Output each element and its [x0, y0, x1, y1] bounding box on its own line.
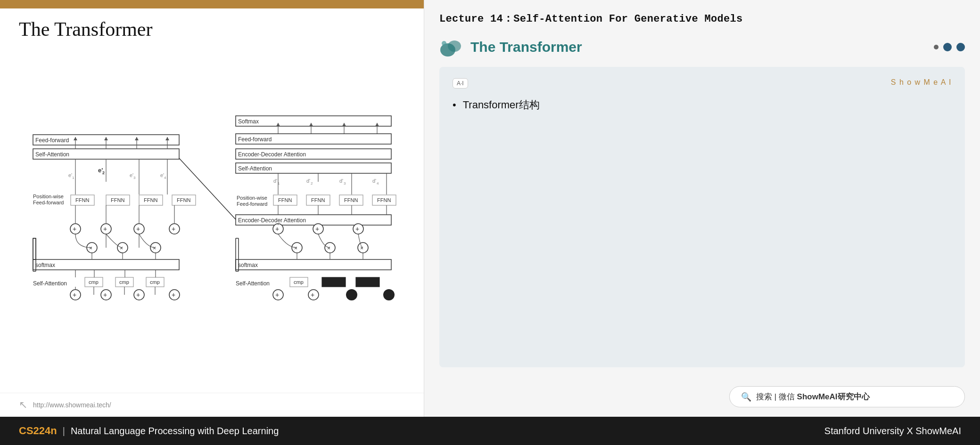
svg-text:FFNN: FFNN — [344, 197, 358, 203]
svg-text:×: × — [120, 245, 123, 251]
svg-text:+: + — [355, 225, 359, 233]
slide-heading: The Transformer — [439, 35, 582, 59]
svg-rect-126 — [236, 259, 391, 270]
svg-text:d': d' — [372, 178, 376, 184]
heading-icon — [439, 35, 464, 59]
svg-text:4: 4 — [377, 181, 379, 186]
svg-text:p: p — [133, 304, 136, 304]
svg-text:4: 4 — [164, 176, 166, 180]
svg-text:×: × — [89, 245, 92, 251]
svg-text:p: p — [307, 304, 311, 304]
slide-content: The Transformer Feed-forward Self-Attent… — [0, 8, 424, 393]
svg-text:+: + — [73, 225, 76, 233]
svg-text:1: 1 — [72, 176, 74, 180]
svg-text:e': e' — [160, 172, 164, 178]
svg-text:×: × — [327, 245, 330, 251]
nav-dot-filled-1[interactable] — [943, 43, 952, 51]
slide-title: The Transformer — [19, 18, 405, 40]
svg-text:FFNN: FFNN — [144, 197, 157, 203]
course-info: CS224n | Natural Language Processing wit… — [19, 425, 279, 437]
svg-text:3: 3 — [133, 176, 136, 180]
svg-text:d': d' — [273, 178, 277, 184]
slide-top-bar — [0, 0, 424, 8]
svg-text:Self-Attention: Self-Attention — [33, 280, 67, 287]
svg-rect-132 — [356, 277, 379, 287]
nav-dots — [934, 43, 965, 51]
showmeai-watermark: S h o w M e A I — [891, 78, 952, 87]
svg-text:Self-Attention: Self-Attention — [238, 165, 272, 172]
svg-text:cmp: cmp — [150, 279, 160, 285]
svg-text:p: p — [168, 304, 171, 304]
svg-text:Self-Attention: Self-Attention — [236, 280, 270, 287]
svg-rect-73 — [33, 238, 36, 259]
svg-text:cmp: cmp — [89, 279, 99, 285]
stanford-info: Stanford University X ShowMeAI — [824, 426, 961, 437]
svg-text:+: + — [315, 225, 319, 233]
search-icon: 🔍 — [741, 392, 751, 402]
ai-badge: A·I — [453, 78, 468, 89]
svg-text:×: × — [294, 245, 297, 251]
svg-text:FFNN: FFNN — [177, 197, 190, 203]
slide-footer: ↖ http://www.showmeai.tech/ — [0, 393, 424, 417]
showmeai-footer: ShowMeAI — [915, 426, 961, 436]
svg-text:2: 2 — [102, 170, 105, 175]
svg-text:p: p — [383, 304, 387, 304]
svg-text:Feed-forward: Feed-forward — [238, 136, 272, 143]
svg-text:e': e' — [68, 172, 72, 178]
svg-text:d': d' — [306, 178, 310, 184]
slide-heading-text: The Transformer — [470, 39, 582, 55]
svg-text:Position-wise: Position-wise — [33, 194, 64, 199]
nav-dot-filled-2[interactable] — [956, 43, 965, 51]
svg-text:×: × — [153, 245, 156, 251]
svg-text:2: 2 — [311, 181, 313, 186]
x-separator: X — [906, 426, 915, 436]
svg-text:softmax: softmax — [35, 262, 55, 268]
svg-text:p: p — [346, 304, 349, 304]
course-name: Natural Language Processing with Deep Le… — [71, 426, 279, 437]
svg-text:FFNN: FFNN — [278, 197, 292, 203]
svg-text:Softmax: Softmax — [238, 118, 259, 125]
slide-header-row: The Transformer — [439, 35, 965, 59]
bullet-item: • Transformer结构 — [453, 98, 952, 112]
course-code: CS224n — [19, 425, 57, 437]
search-text: 搜索 | 微信 ShowMeAI研究中心 — [756, 391, 870, 402]
svg-text:Self-Attention: Self-Attention — [35, 151, 69, 158]
stanford-text: Stanford University — [824, 426, 904, 436]
svg-text:Feed-forward: Feed-forward — [35, 137, 69, 144]
svg-text:+: + — [275, 291, 279, 299]
svg-text:+: + — [136, 225, 140, 233]
svg-rect-152 — [236, 238, 239, 259]
transformer-diagram: Feed-forward Self-Attention e' 1 e' 2 e' — [19, 55, 405, 304]
ai-badge-text: A·I — [457, 80, 464, 87]
svg-text:×: × — [360, 245, 363, 251]
lecture-title: Lecture 14：Self-Attention For Generative… — [439, 11, 965, 25]
svg-text:FFNN: FFNN — [111, 197, 124, 203]
svg-text:+: + — [311, 291, 314, 299]
slide-panel: The Transformer Feed-forward Self-Attent… — [0, 0, 424, 417]
svg-text:FFNN: FFNN — [75, 197, 89, 203]
svg-text:Encoder-Decoder Attention: Encoder-Decoder Attention — [238, 217, 306, 224]
svg-text:p: p — [272, 304, 275, 304]
svg-text:+: + — [103, 225, 107, 233]
svg-text:Feed-forward: Feed-forward — [33, 200, 64, 205]
nav-dot-empty[interactable] — [934, 45, 939, 49]
svg-text:cmp: cmp — [294, 279, 304, 285]
search-bar[interactable]: 🔍 搜索 | 微信 ShowMeAI研究中心 — [729, 386, 965, 407]
svg-text:cmp: cmp — [119, 279, 129, 285]
svg-rect-78 — [236, 116, 391, 126]
content-card: A·I S h o w M e A I • Transformer结构 — [439, 67, 965, 367]
svg-text:FFNN: FFNN — [377, 197, 391, 203]
bullet-dot: • — [453, 99, 456, 111]
cursor-icon: ↖ — [19, 399, 27, 411]
svg-point-138 — [383, 289, 395, 300]
svg-text:e': e' — [130, 172, 133, 178]
svg-text:+: + — [172, 291, 175, 299]
svg-text:+: + — [73, 291, 76, 299]
svg-text:softmax: softmax — [238, 262, 258, 268]
svg-line-151 — [179, 158, 236, 219]
svg-text:d': d' — [339, 178, 343, 184]
right-panel: Lecture 14：Self-Attention For Generative… — [424, 0, 980, 417]
svg-point-191 — [442, 41, 446, 46]
bottom-bar: CS224n | Natural Language Processing wit… — [0, 417, 980, 445]
svg-text:3: 3 — [344, 181, 346, 186]
